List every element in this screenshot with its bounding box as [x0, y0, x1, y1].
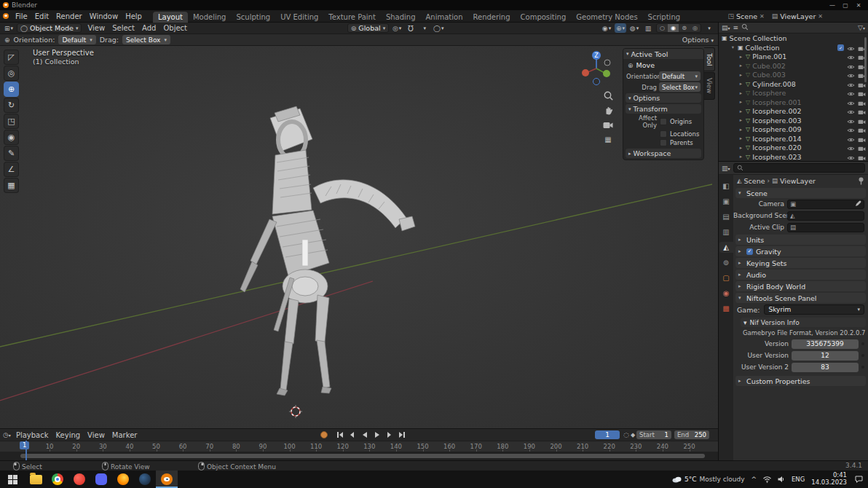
expand-arrow-icon[interactable]: ▸: [738, 154, 743, 160]
breadcrumb-viewlayer[interactable]: ViewLayer: [780, 177, 816, 185]
close-button[interactable]: ✕: [852, 2, 865, 9]
frame-start-field[interactable]: Start 1: [636, 430, 671, 439]
viewport-menu-add[interactable]: Add: [138, 24, 159, 32]
weather-widget[interactable]: 5°C Mostly cloudy: [672, 476, 744, 483]
game-dropdown[interactable]: Skyrim ▾: [764, 304, 864, 315]
play-button[interactable]: [372, 430, 382, 439]
outliner-row-cube-002[interactable]: ▸▽Cube.002: [719, 61, 868, 71]
output-properties-tab[interactable]: ▤: [719, 211, 733, 222]
outliner-row-icosphere-014[interactable]: ▸▽Icosphere.014: [719, 134, 868, 143]
texture-properties-tab[interactable]: ▩: [719, 303, 733, 314]
menu-file[interactable]: File: [12, 12, 31, 20]
expand-arrow-icon[interactable]: ▸: [738, 127, 743, 133]
expand-arrow-icon[interactable]: ▸: [738, 117, 743, 123]
active-clip-field[interactable]: ▤: [787, 223, 864, 232]
breadcrumb-scene[interactable]: Scene: [744, 177, 765, 185]
orientation-dropdown[interactable]: Default ▾: [659, 71, 701, 81]
tray-chevron-icon[interactable]: ^: [751, 476, 757, 483]
proportional-editing-button[interactable]: ◯▾: [433, 23, 444, 33]
scene-properties-tab[interactable]: ◭: [719, 242, 733, 253]
checkbox-parents[interactable]: [660, 139, 667, 146]
annotate-tool-button[interactable]: ✎: [4, 146, 19, 161]
move-tool-button[interactable]: ⊕: [4, 82, 19, 97]
timeline-menu-keying[interactable]: Keying: [52, 431, 84, 439]
3d-viewport[interactable]: User Perspective (1) Collection ◸◎⊕↻◳◉✎∠…: [0, 46, 718, 428]
outliner-row-icosphere-003[interactable]: ▸▽Icosphere.003: [719, 116, 868, 125]
measure-tool-button[interactable]: ∠: [4, 162, 19, 177]
transform-tool-button[interactable]: ◉: [4, 130, 19, 145]
unlink-scene-icon[interactable]: ✕: [760, 13, 765, 20]
firefox-taskbar-icon[interactable]: [112, 471, 134, 488]
remove-viewlayer-icon[interactable]: ✕: [818, 13, 823, 20]
material-properties-tab[interactable]: ◉: [719, 288, 733, 299]
outliner-row-icosphere-009[interactable]: ▸▽Icosphere.009: [719, 125, 868, 135]
snapping-dropdown[interactable]: ▾: [419, 23, 430, 33]
timeline-scrollbar[interactable]: [20, 454, 705, 458]
outliner-row-cube-003[interactable]: ▸▽Cube.003: [719, 71, 868, 80]
sidebar-tab-view[interactable]: View: [704, 72, 715, 99]
volume-icon[interactable]: [778, 476, 785, 483]
view-layer-properties-tab[interactable]: ▥: [719, 227, 733, 237]
pin-icon[interactable]: [858, 177, 864, 185]
outliner-row-collection[interactable]: ▾▣Collection✓: [719, 43, 868, 52]
menu-render[interactable]: Render: [52, 12, 86, 20]
timeline-menu-playback[interactable]: Playback: [12, 431, 52, 439]
workspace-tab-sculpting[interactable]: Sculpting: [231, 12, 275, 23]
material-preview-button[interactable]: ⊚: [679, 24, 690, 32]
expand-arrow-icon[interactable]: ▸: [738, 145, 743, 151]
expand-arrow-icon[interactable]: ▾: [730, 44, 735, 50]
jump-to-start-button[interactable]: [335, 430, 344, 439]
panel-header-gravity[interactable]: ▸✓Gravity: [735, 246, 866, 256]
outliner-row-cylinder-008[interactable]: ▸▽Cylinder.008: [719, 79, 868, 89]
panel-header-rigid-body-world[interactable]: ▸Rigid Body World: [735, 281, 866, 291]
panel-header-audio[interactable]: ▸Audio: [735, 269, 866, 280]
user-version-field[interactable]: 12: [792, 351, 859, 361]
outliner-row-icosphere-001[interactable]: ▸▽Icosphere.001: [719, 98, 868, 107]
expand-arrow-icon[interactable]: ▸: [738, 54, 743, 60]
object-properties-tab[interactable]: ▢: [719, 272, 733, 283]
editor-type-button[interactable]: ⊞▾: [3, 23, 15, 33]
blender-menu-icon[interactable]: [3, 13, 9, 19]
editor-type-button[interactable]: ▥▾: [722, 165, 730, 172]
jump-to-end-button[interactable]: [397, 430, 406, 439]
file-explorer-taskbar-icon[interactable]: [25, 471, 47, 488]
eyedropper-icon[interactable]: [855, 200, 861, 208]
drag-dropdown[interactable]: Select Box ▾: [122, 35, 170, 44]
viewport-menu-object[interactable]: Object: [159, 24, 191, 32]
outliner-row-icosphere-023[interactable]: ▸▽Icosphere.023: [719, 152, 868, 162]
niftools-panel-header[interactable]: ▾ Niftools Scene Panel: [735, 293, 866, 303]
camera-view-icon[interactable]: [602, 119, 614, 130]
pivot-point-button[interactable]: ◎▾: [391, 23, 403, 33]
checkbox-locations[interactable]: [660, 130, 667, 138]
app-red-taskbar-icon[interactable]: [68, 471, 90, 488]
orthographic-toggle-icon[interactable]: ▦: [602, 133, 614, 145]
workspace-tab-geometry-nodes[interactable]: Geometry Nodes: [571, 12, 642, 23]
frame-end-field[interactable]: End 250: [674, 430, 709, 439]
menu-edit[interactable]: Edit: [31, 12, 52, 20]
workspace-tab-modeling[interactable]: Modeling: [188, 12, 232, 23]
hide-in-viewport-icon[interactable]: [847, 150, 855, 162]
transform-panel-header[interactable]: ▾ Transform: [626, 104, 701, 114]
timeline-menu-marker[interactable]: Marker: [108, 431, 141, 439]
options-panel-header[interactable]: ▾ Options: [626, 93, 701, 103]
negative-x-axis-handle[interactable]: [604, 60, 610, 66]
transform-orientation-dropdown[interactable]: ⊚ Global ▾: [347, 23, 389, 33]
mode-dropdown[interactable]: ◯ Object Mode ▾: [17, 23, 82, 33]
clock[interactable]: 0:41 14.03.2023: [811, 472, 847, 487]
workspace-tab-animation[interactable]: Animation: [421, 12, 468, 23]
cursor-tool-button[interactable]: ◎: [4, 66, 19, 81]
checkbox-origins[interactable]: [660, 118, 667, 125]
workspace-panel-header[interactable]: ▸ Workspace: [626, 149, 701, 158]
expand-arrow-icon[interactable]: ▸: [738, 109, 743, 114]
auto-keyframe-button[interactable]: [320, 431, 328, 438]
expand-arrow-icon[interactable]: ▸: [738, 72, 743, 78]
orientation-dropdown[interactable]: Default ▾: [58, 35, 95, 44]
y-axis-handle[interactable]: [603, 70, 610, 77]
rotate-tool-button[interactable]: ↻: [4, 98, 19, 113]
pan-hand-icon[interactable]: [602, 104, 614, 116]
active-tool-panel-header[interactable]: ▾ Active Tool: [623, 49, 703, 59]
workspace-tab-rendering[interactable]: Rendering: [467, 12, 515, 23]
search-icon[interactable]: [741, 23, 749, 32]
add-cube-tool-button[interactable]: ▦: [4, 178, 19, 193]
editor-type-button[interactable]: ◷▾: [3, 431, 11, 438]
